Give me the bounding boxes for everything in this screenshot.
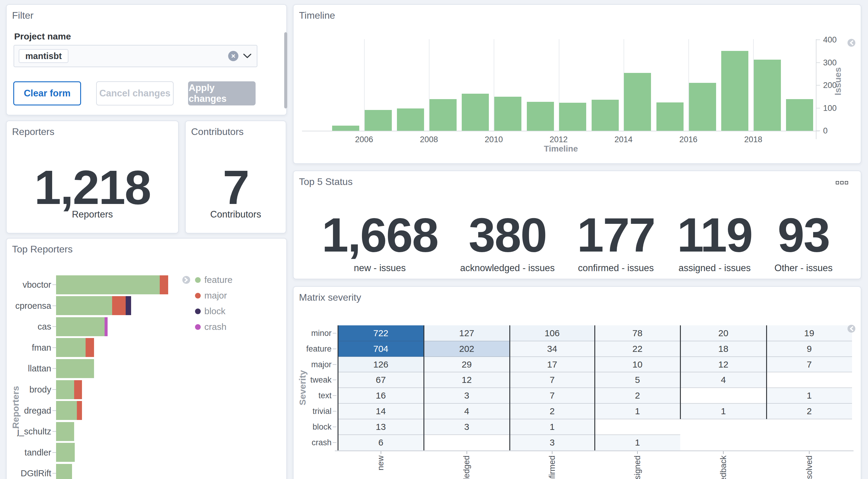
heatmap-cell-minor-resolved[interactable]: 19 — [767, 325, 852, 341]
heatmap-cell-trivial-confirmed[interactable]: 2 — [510, 404, 595, 419]
panel-options-icon[interactable] — [836, 181, 848, 184]
heatmap-cell-crash-confirmed[interactable]: 3 — [510, 435, 595, 450]
heatmap-cell-text-resolved[interactable]: 1 — [767, 388, 852, 404]
heatmap-cell-crash-assigned[interactable]: 1 — [595, 435, 680, 450]
heatmap-cell-major-resolved[interactable]: 7 — [767, 357, 852, 372]
heatmap-cell-tweak-confirmed[interactable]: 7 — [510, 372, 595, 388]
heatmap-cell-trivial-new[interactable]: 14 — [338, 404, 424, 419]
timeline-bar-2013[interactable] — [592, 100, 619, 131]
heatmap-cell-block-confirmed[interactable]: 1 — [510, 419, 595, 435]
heatmap-cell-trivial-acknowledged[interactable]: 4 — [424, 404, 510, 419]
heatmap-cell-minor-Feedback[interactable]: 20 — [680, 325, 767, 341]
bar-segment-feature[interactable] — [56, 275, 160, 294]
timeline-bar-2017[interactable] — [721, 51, 748, 131]
collapse-legend-icon[interactable] — [182, 276, 190, 284]
panel-scrollbar[interactable] — [284, 32, 287, 108]
timeline-bar-2007[interactable] — [397, 108, 424, 131]
heatmap-cell-major-acknowledged[interactable]: 29 — [424, 357, 510, 372]
heatmap-cell-tweak-new[interactable]: 67 — [338, 372, 424, 388]
timeline-bar-2018[interactable] — [754, 60, 781, 131]
heatmap-cell-major-new[interactable]: 126 — [338, 357, 424, 372]
bar-segment-block[interactable] — [126, 296, 131, 315]
timeline-bar-2016[interactable] — [689, 83, 716, 131]
heatmap-cell-feature-acknowledged[interactable]: 202 — [424, 341, 510, 357]
panel-title: Reporters — [12, 126, 55, 137]
contributors-count-label: Contributors — [186, 209, 286, 220]
timeline-bar-2015[interactable] — [656, 102, 684, 131]
status-column-label-confirmed: confirmed — [547, 455, 557, 479]
clear-form-button[interactable]: Clear form — [13, 81, 81, 105]
heatmap-cell-tweak-assigned[interactable]: 5 — [595, 372, 680, 388]
clear-selection-icon[interactable]: × — [228, 51, 239, 61]
row-divider — [338, 372, 852, 372]
heatmap-cell-feature-resolved[interactable]: 9 — [767, 341, 852, 357]
bar-segment-feature[interactable] — [56, 422, 74, 441]
bar-segment-feature[interactable] — [56, 338, 86, 357]
heatmap-cell-major-assigned[interactable]: 10 — [595, 357, 680, 372]
bar-segment-major[interactable] — [74, 380, 82, 399]
collapse-legend-icon[interactable] — [847, 39, 855, 47]
heatmap-cell-trivial-assigned[interactable]: 1 — [595, 404, 680, 419]
bar-segment-major[interactable] — [86, 338, 94, 357]
heatmap-cell-major-confirmed[interactable]: 17 — [510, 357, 595, 372]
timeline-bar-2009[interactable] — [462, 94, 489, 131]
project-chip[interactable]: mantisbt — [19, 49, 68, 63]
heatmap-cell-text-new[interactable]: 16 — [338, 388, 424, 404]
heatmap-cell-text-acknowledged[interactable]: 3 — [424, 388, 510, 404]
heatmap-cell-feature-assigned[interactable]: 22 — [595, 341, 680, 357]
bar-segment-feature[interactable] — [56, 359, 94, 378]
legend-dot — [195, 277, 201, 283]
bar-segment-major[interactable] — [112, 296, 126, 315]
timeline-bar-2019[interactable] — [786, 99, 813, 131]
heatmap-cell-major-Feedback[interactable]: 12 — [680, 357, 767, 372]
metric-label: acknowledged - issues — [460, 263, 555, 274]
bar-segment-feature[interactable] — [56, 443, 75, 462]
chevron-down-icon[interactable] — [243, 54, 251, 59]
bar-segment-feature[interactable] — [56, 464, 72, 479]
heatmap-cell-minor-new[interactable]: 722 — [338, 325, 424, 341]
x-tick-label: 2008 — [420, 135, 438, 144]
heatmap-cell-text-confirmed[interactable]: 7 — [510, 388, 595, 404]
legend-label: crash — [204, 322, 226, 332]
heatmap-cell-tweak-Feedback[interactable]: 4 — [680, 372, 767, 388]
bar-segment-crash[interactable] — [104, 317, 107, 336]
heatmap-cell-minor-acknowledged[interactable]: 127 — [424, 325, 510, 341]
bar-segment-major[interactable] — [160, 275, 168, 294]
timeline-bar-2014[interactable] — [624, 73, 651, 131]
legend-item-major[interactable]: major — [195, 290, 227, 301]
apply-changes-button[interactable]: Apply changes — [188, 81, 255, 105]
heatmap-cell-trivial-Feedback[interactable]: 1 — [680, 404, 767, 419]
bar-segment-feature[interactable] — [56, 380, 74, 399]
timeline-bar-2008[interactable] — [430, 99, 457, 131]
heatmap-cell-minor-confirmed[interactable]: 106 — [510, 325, 595, 341]
bar-segment-feature[interactable] — [56, 317, 104, 336]
y-tick — [53, 284, 56, 285]
heatmap-cell-feature-new[interactable]: 704 — [338, 341, 424, 357]
legend-item-feature[interactable]: feature — [195, 275, 232, 285]
heatmap-cell-trivial-resolved[interactable]: 2 — [767, 404, 852, 419]
heatmap-cell-tweak-acknowledged[interactable]: 12 — [424, 372, 510, 388]
collapse-legend-icon[interactable] — [847, 325, 855, 332]
timeline-bar-2011[interactable] — [527, 102, 554, 131]
heatmap-cell-feature-confirmed[interactable]: 34 — [510, 341, 595, 357]
heatmap-cell-block-acknowledged[interactable]: 3 — [424, 419, 510, 435]
timeline-bar-2005[interactable] — [332, 126, 359, 131]
severity-row-label-feature: feature — [293, 344, 332, 354]
bar-segment-feature[interactable] — [56, 401, 77, 420]
timeline-bar-2006[interactable] — [365, 110, 392, 131]
heatmap-cell-minor-assigned[interactable]: 78 — [595, 325, 680, 341]
timeline-bar-2010[interactable] — [494, 97, 521, 131]
heatmap-cell-block-new[interactable]: 13 — [338, 419, 424, 435]
heatmap-cell-feature-Feedback[interactable]: 18 — [680, 341, 767, 357]
bar-segment-major[interactable] — [77, 401, 82, 420]
timeline-bar-2012[interactable] — [559, 103, 586, 131]
bar-segment-feature[interactable] — [56, 296, 112, 315]
legend-item-block[interactable]: block — [195, 306, 225, 316]
cancel-changes-button[interactable]: Cancel changes — [96, 81, 174, 105]
x-tick-label: 2012 — [550, 135, 568, 144]
project-combobox[interactable]: mantisbt × — [13, 45, 257, 67]
row-tick — [333, 426, 337, 427]
heatmap-cell-text-assigned[interactable]: 2 — [595, 388, 680, 404]
heatmap-cell-crash-new[interactable]: 6 — [338, 435, 424, 450]
legend-item-crash[interactable]: crash — [195, 322, 226, 332]
